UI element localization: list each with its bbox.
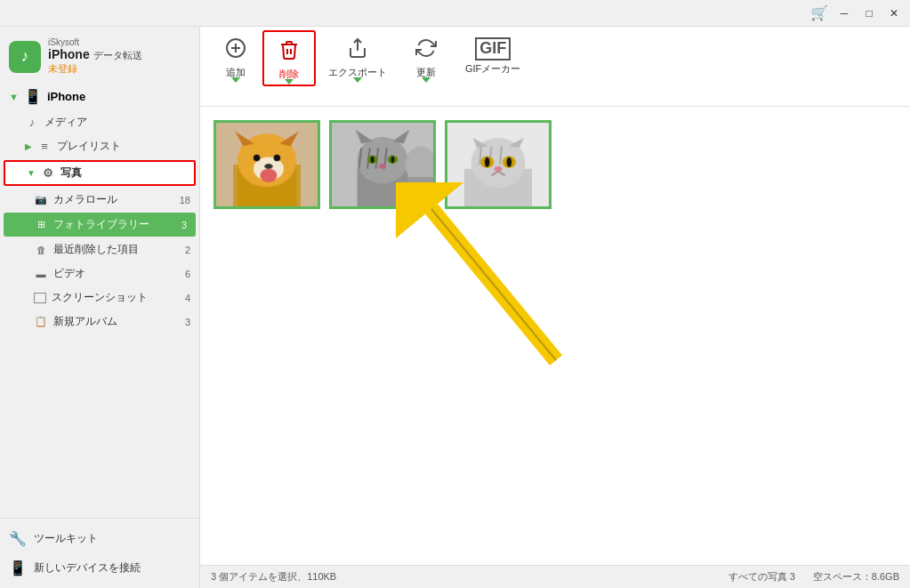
sidebar-content: ▼ 📱 iPhone ♪ メディア ▶ ≡ プレイリスト ▼ ⚙ 写真 [0, 83, 199, 518]
sidebar-item-label: カメラロール [53, 192, 117, 207]
minimize-button[interactable]: ─ [832, 4, 857, 23]
gif-label: GIFメーカー [465, 62, 520, 76]
photo-item-2[interactable] [329, 120, 436, 209]
sidebar-item-recently-deleted[interactable]: 🗑 最近削除した項目 2 [0, 238, 199, 262]
playlist-icon: ≡ [37, 140, 52, 153]
export-icon [347, 37, 368, 64]
sidebar-item-label: プレイリスト [57, 139, 121, 154]
album-icon: 📋 [34, 316, 48, 327]
screenshot-icon [34, 293, 46, 303]
photo-item-1[interactable] [213, 120, 320, 209]
main-content: 追加 削除 [200, 27, 910, 588]
sidebar-item-media[interactable]: ♪ メディア [0, 110, 199, 134]
sidebar-header: ♪ iSkysoft iPhone データ転送 未登録 [0, 27, 199, 83]
svg-line-6 [431, 209, 556, 360]
update-icon [415, 37, 437, 64]
playlist-arrow: ▶ [25, 141, 32, 151]
app-brand: iSkysoft [48, 37, 142, 47]
sidebar-item-photos[interactable]: ▼ ⚙ 写真 [4, 160, 196, 186]
status-bar: 3 個アイテムを選択、110KB すべての写真 3 空スペース：8.6GB [200, 565, 910, 588]
app-container: ♪ iSkysoft iPhone データ転送 未登録 ▼ 📱 iPhone ♪… [0, 27, 910, 588]
phone-icon: 📱 [24, 88, 42, 105]
selection-info: 3 個アイテムを選択、110KB [211, 570, 336, 584]
device-connect-icon: 📱 [9, 560, 27, 576]
device-name: iPhone [47, 90, 85, 103]
sidebar-item-camera-roll[interactable]: 📷 カメラロール 18 [0, 188, 199, 212]
update-dropdown-arrow [422, 77, 431, 83]
maximize-button[interactable]: □ [857, 4, 882, 23]
camera-icon: 📷 [34, 194, 48, 205]
export-button[interactable]: エクスポート [316, 30, 399, 83]
toolbar: 追加 削除 [200, 27, 910, 107]
device-arrow: ▼ [9, 92, 19, 102]
sidebar-item-screenshot[interactable]: スクリーンショット 4 [0, 286, 199, 310]
delete-button[interactable]: 削除 [262, 30, 316, 86]
connect-label: 新しいデバイスを接続 [34, 560, 141, 576]
sidebar: ♪ iSkysoft iPhone データ転送 未登録 ▼ 📱 iPhone ♪… [0, 27, 200, 588]
photos-icon: ⚙ [41, 166, 55, 180]
video-icon: ▬ [34, 269, 48, 279]
delete-icon [278, 39, 300, 66]
sidebar-item-label: メディア [44, 115, 87, 130]
photo-item-3[interactable] [445, 120, 552, 209]
sidebar-item-iphone[interactable]: ▼ 📱 iPhone [0, 83, 199, 110]
total-photos: すべての写真 3 [729, 570, 795, 584]
connect-device-button[interactable]: 📱 新しいデバイスを接続 [0, 553, 199, 583]
gif-icon: GIF [475, 37, 511, 60]
camera-roll-badge: 18 [180, 195, 190, 205]
add-icon [225, 37, 246, 64]
trash-icon: 🗑 [34, 245, 48, 255]
app-unregistered: 未登録 [48, 62, 142, 76]
sidebar-item-photo-library[interactable]: ⊞ フォトライブラリー 3 [4, 213, 196, 237]
new-album-badge: 3 [185, 317, 190, 327]
titlebar: 🛒 ─ □ ✕ [0, 0, 910, 27]
space-info: 空スペース：8.6GB [813, 570, 899, 584]
sidebar-item-label: 最近削除した項目 [53, 242, 139, 257]
toolkit-button[interactable]: 🔧 ツールキット [0, 524, 199, 553]
photos-arrow: ▼ [27, 168, 36, 178]
photo-grid [200, 107, 910, 222]
add-button[interactable]: 追加 [209, 30, 262, 83]
export-dropdown-arrow [353, 77, 362, 83]
sidebar-item-label: スクリーンショット [52, 290, 148, 305]
sidebar-bottom: 🔧 ツールキット 📱 新しいデバイスを接続 [0, 518, 199, 588]
recently-deleted-badge: 2 [185, 245, 190, 255]
music-icon: ♪ [25, 116, 39, 129]
screenshot-badge: 4 [185, 293, 190, 303]
toolkit-label: ツールキット [34, 531, 98, 546]
delete-dropdown-arrow [285, 79, 294, 85]
cart-icon[interactable]: 🛒 [810, 4, 828, 21]
photo-library-badge: 3 [181, 220, 187, 230]
sidebar-item-new-album[interactable]: 📋 新規アルバム 3 [0, 310, 199, 334]
app-title-block: iSkysoft iPhone データ転送 未登録 [48, 37, 142, 76]
app-subtitle: データ転送 [93, 49, 142, 62]
svg-line-5 [431, 209, 556, 360]
add-dropdown-arrow [231, 77, 240, 83]
close-button[interactable]: ✕ [882, 4, 906, 23]
sidebar-item-label: 写真 [60, 165, 82, 181]
video-badge: 6 [185, 269, 190, 279]
sidebar-item-playlist[interactable]: ▶ ≡ プレイリスト [0, 134, 199, 158]
update-button[interactable]: 更新 [399, 30, 453, 83]
app-logo: ♪ [9, 41, 41, 73]
sidebar-item-label: ビデオ [53, 266, 85, 281]
sidebar-item-video[interactable]: ▬ ビデオ 6 [0, 262, 199, 286]
sidebar-item-label: 新規アルバム [53, 314, 117, 329]
sidebar-item-label: フォトライブラリー [53, 217, 149, 232]
status-right: すべての写真 3 空スペース：8.6GB [729, 570, 899, 584]
gif-maker-button[interactable]: GIF GIFメーカー [453, 30, 533, 79]
photo-library-icon: ⊞ [34, 219, 48, 230]
toolkit-icon: 🔧 [9, 530, 27, 547]
app-name: iPhone [48, 47, 90, 61]
